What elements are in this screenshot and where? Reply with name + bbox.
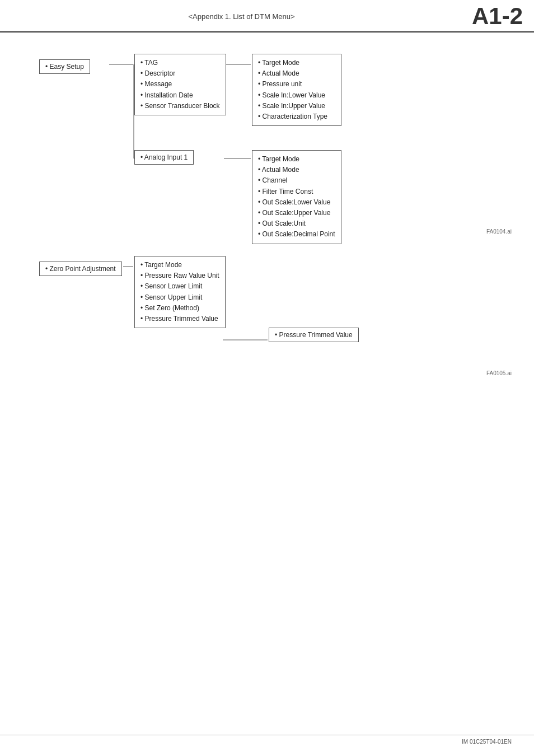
list-item: • Out Scale:Upper Value: [258, 208, 335, 218]
list-item: • Pressure unit: [258, 79, 335, 90]
analog-input-box: • Analog Input 1: [134, 150, 194, 165]
list-item: • Filter Time Const: [258, 186, 335, 197]
list-item: • Channel: [258, 175, 335, 186]
diagram2: • Zero Point Adjustment • Target Mode• P…: [22, 251, 512, 369]
col3-top-list: • Target Mode• Actual Mode• Pressure uni…: [252, 54, 341, 126]
main-content: • Easy Setup • TAG• Descriptor• Message•…: [0, 44, 534, 427]
list-item: • Target Mode: [258, 58, 335, 68]
zero-adj-label: • Zero Point Adjustment: [45, 265, 116, 273]
list-item: • Scale In:Upper Value: [258, 101, 335, 111]
list-item: • Installation Date: [140, 90, 220, 101]
list-item: • Scale In:Lower Value: [258, 90, 335, 101]
footer-code: IM 01C25T04-01EN: [462, 739, 512, 745]
zero-adj-box: • Zero Point Adjustment: [39, 262, 122, 276]
diagram1-section: • Easy Setup • TAG• Descriptor• Message•…: [22, 49, 512, 235]
analog-input-label: • Analog Input 1: [140, 153, 188, 161]
list-item: • Out Scale:Decimal Point: [258, 229, 335, 240]
col2-list: • TAG• Descriptor• Message• Installation…: [134, 54, 226, 115]
diagram2-section: • Zero Point Adjustment • Target Mode• P…: [22, 251, 512, 376]
list-item: • Set Zero (Method): [140, 303, 219, 314]
list-item: • Message: [140, 79, 220, 90]
easy-setup-label: • Easy Setup: [45, 63, 84, 71]
list-item: • Characterization Type: [258, 111, 335, 122]
header-title: <Appendix 1. List of DTM Menu>: [11, 12, 472, 21]
list-item: • Actual Mode: [258, 68, 335, 79]
list-item: • Sensor Lower Limit: [140, 281, 219, 292]
list-item: • Pressure Trimmed Value: [140, 314, 219, 324]
page-footer: IM 01C25T04-01EN: [0, 735, 534, 745]
diagram1: • Easy Setup • TAG• Descriptor• Message•…: [22, 49, 512, 223]
list-item: • TAG: [140, 58, 220, 68]
list-item: • Out Scale:Lower Value: [258, 197, 335, 208]
page-header: <Appendix 1. List of DTM Menu> A1-2: [0, 0, 534, 32]
figure2-label: FA0105.ai: [22, 370, 512, 376]
list-item: • Out Scale:Unit: [258, 218, 335, 229]
col3-bottom-list: • Target Mode• Actual Mode• Channel• Fil…: [252, 150, 341, 244]
list-item: • Target Mode: [140, 260, 219, 270]
list-item: • Target Mode: [258, 154, 335, 165]
list-item: • Sensor Transducer Block: [140, 101, 220, 111]
d2-col3-label: • Pressure Trimmed Value: [275, 331, 353, 339]
d2-col3-box: • Pressure Trimmed Value: [269, 328, 359, 342]
easy-setup-box: • Easy Setup: [39, 59, 90, 74]
page-number: A1-2: [472, 4, 523, 28]
list-item: • Pressure Raw Value Unit: [140, 270, 219, 281]
list-item: • Descriptor: [140, 68, 220, 79]
d2-col2-list: • Target Mode• Pressure Raw Value Unit• …: [134, 256, 226, 328]
list-item: • Sensor Upper Limit: [140, 292, 219, 303]
list-item: • Actual Mode: [258, 165, 335, 175]
